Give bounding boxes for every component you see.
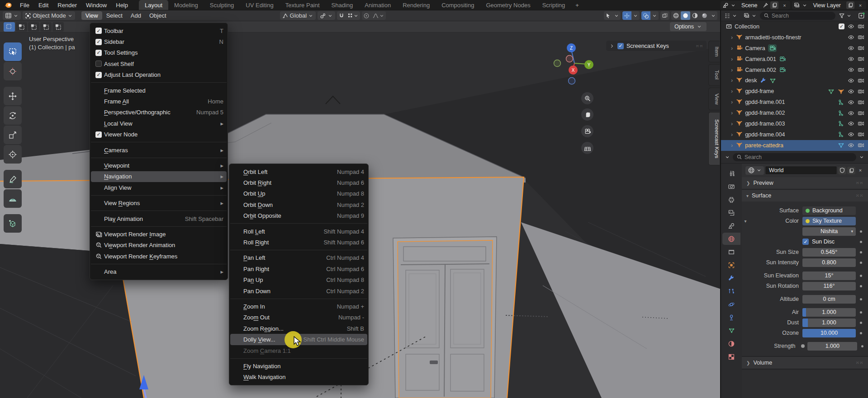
view-menu-item-sidebar[interactable]: ✓ Sidebar N <box>90 36 228 47</box>
prop-value[interactable]: Nishita▾ <box>802 227 856 236</box>
keyframe-dot[interactable] <box>860 311 862 314</box>
prop-value[interactable]: 10.000 <box>802 329 856 337</box>
view-menu-item-frame-selected[interactable]: Frame Selected <box>90 85 228 96</box>
topbar-menu-file[interactable]: File <box>15 0 34 10</box>
properties-tab-object[interactable] <box>722 259 740 271</box>
view-menu-item-viewpoint[interactable]: Viewpoint ▸ <box>90 160 228 171</box>
prop-value[interactable]: 1.000 <box>802 318 856 327</box>
workspace-tab-layout[interactable]: Layout <box>139 0 168 10</box>
expand-arrow-icon[interactable]: › <box>731 34 733 41</box>
camera-visibility-toggle[interactable] <box>858 45 864 52</box>
properties-tab-physics[interactable] <box>722 298 740 310</box>
outliner-filter-type[interactable] <box>741 11 759 20</box>
workspace-tab-scripting[interactable]: Scripting <box>536 0 571 10</box>
volume-panel-header[interactable]: ❯ Volume⁙⁙ <box>742 357 868 369</box>
new-view-layer-button[interactable] <box>846 1 854 9</box>
shading-dropdown[interactable] <box>709 11 717 20</box>
properties-tab-tool[interactable] <box>722 167 740 179</box>
view-menu-item-viewport-render-image[interactable]: Viewport Render Image <box>90 229 228 239</box>
pin-icon[interactable] <box>763 2 768 8</box>
scene-icon[interactable] <box>722 2 729 9</box>
camera-visibility-toggle[interactable] <box>858 131 864 138</box>
keyframe-dot[interactable] <box>861 345 863 347</box>
hide-eye-toggle[interactable] <box>848 45 854 52</box>
drag-handle[interactable]: ⁙⁙ <box>696 45 703 47</box>
rotate-tool[interactable] <box>4 106 22 125</box>
options-button[interactable]: Options <box>670 22 707 31</box>
properties-tab-scene[interactable] <box>722 220 740 232</box>
view-menu-item-toolbar[interactable]: ✓ Toolbar T <box>90 25 228 36</box>
camera-view-button[interactable] <box>581 125 593 137</box>
keyframe-dot[interactable] <box>860 251 862 253</box>
view-menu-item-perspective-orthographic[interactable]: Perspective/Orthographic Numpad 5 <box>90 107 228 118</box>
move-tool[interactable] <box>4 87 22 105</box>
sidebar-tab-screencast-keys[interactable]: Screencast Keys <box>708 112 720 165</box>
gizmo-dropdown[interactable] <box>631 11 640 20</box>
properties-tab-collection[interactable] <box>722 246 740 258</box>
view-menu-item-navigation[interactable]: Navigation ▸ <box>91 171 227 182</box>
expand-arrow-icon[interactable]: › <box>731 88 733 94</box>
xray-toggle[interactable] <box>660 11 669 20</box>
prop-value[interactable]: Background <box>802 206 856 215</box>
annotate-tool[interactable] <box>4 170 22 188</box>
transform-orientation-selector[interactable]: Global <box>280 11 316 20</box>
fake-user-button[interactable] <box>838 167 846 174</box>
nav-menu-item-zoom-in[interactable]: Zoom In Numpad + <box>229 301 368 312</box>
hide-eye-toggle[interactable] <box>848 77 854 84</box>
keyframe-dot[interactable] <box>860 275 862 277</box>
editor-type-button[interactable] <box>3 11 21 20</box>
topbar-menu-edit[interactable]: Edit <box>34 0 53 10</box>
outliner-item-gpdd-frame-001[interactable]: › gpdd-frame.001 <box>721 97 868 108</box>
select-box-tool[interactable] <box>4 42 22 61</box>
keyframe-dot[interactable] <box>860 262 862 264</box>
keyframe-dot[interactable] <box>860 285 862 287</box>
camera-visibility-toggle[interactable] <box>858 23 864 30</box>
new-scene-button[interactable] <box>770 1 778 9</box>
workspace-tab-uv-editing[interactable]: UV Editing <box>240 0 279 10</box>
outliner-item-desk[interactable]: › desk <box>721 75 868 86</box>
expand-arrow-icon[interactable]: › <box>731 121 733 127</box>
properties-tab-modifiers[interactable] <box>722 272 740 284</box>
prop-value[interactable]: 0.800 <box>802 258 856 267</box>
outliner-item-gpdd-frame-003[interactable]: › gpdd-frame.003 <box>721 118 868 129</box>
prop-value[interactable]: ✓Sun Disc <box>802 238 856 246</box>
properties-tab-world[interactable] <box>722 233 740 245</box>
expand-arrow-icon[interactable]: › <box>731 45 733 52</box>
view-menu-item-local-view[interactable]: Local View ▸ <box>90 118 228 129</box>
hide-eye-toggle[interactable] <box>848 23 854 30</box>
nav-menu-item-orbit-right[interactable]: Orbit Right Numpad 6 <box>229 177 368 188</box>
measure-tool[interactable] <box>4 189 22 208</box>
drag-handle[interactable]: ⁙⁙ <box>856 361 863 364</box>
prop-value[interactable]: Sky Texture <box>802 217 856 225</box>
snap-with-selector[interactable] <box>346 11 360 20</box>
shading-solid-button[interactable] <box>681 11 690 20</box>
prop-value[interactable]: 1.000 <box>802 308 856 317</box>
workspace-tab-compositing[interactable]: Compositing <box>436 0 480 10</box>
viewport-menu-add[interactable]: Add <box>127 11 145 20</box>
properties-tab-material[interactable] <box>722 337 740 350</box>
keyframe-dot[interactable] <box>860 241 862 243</box>
sun-disc-checkbox[interactable]: ✓ <box>802 239 809 245</box>
sidebar-tab-view[interactable]: View <box>708 88 720 110</box>
expand-arrow-icon[interactable]: › <box>731 56 733 62</box>
expand-arrow-icon[interactable]: › <box>731 142 733 149</box>
new-collection-button[interactable] <box>856 11 867 20</box>
outliner-filter-button[interactable] <box>836 11 854 20</box>
properties-tab-render[interactable] <box>722 180 740 192</box>
nav-menu-item-zoom-region[interactable]: Zoom Region... Shift B <box>229 323 368 334</box>
expand-arrow-icon[interactable]: › <box>731 77 733 84</box>
overlays-dropdown[interactable] <box>650 11 659 20</box>
expand-arrow-icon[interactable]: › <box>731 131 733 138</box>
camera-visibility-toggle[interactable] <box>858 88 864 95</box>
view-menu-item-viewport-render-keyframes[interactable]: Viewport Render Keyframes <box>90 251 228 262</box>
camera-visibility-toggle[interactable] <box>858 99 864 106</box>
outliner-item-Camera-001[interactable]: › Camera.001 <box>721 54 868 65</box>
keyframe-dot[interactable] <box>860 322 862 324</box>
outliner-collection-row[interactable]: Collection ✓ <box>721 21 868 32</box>
world-selector[interactable] <box>745 166 764 175</box>
topbar-menu-render[interactable]: Render <box>53 0 81 10</box>
properties-tab-texture[interactable] <box>722 351 740 363</box>
hide-eye-toggle[interactable] <box>848 56 854 62</box>
outliner-item-gpdd-frame-004[interactable]: › gpdd-frame.004 <box>721 129 868 140</box>
sidebar-tab-tool[interactable]: Tool <box>708 64 720 86</box>
